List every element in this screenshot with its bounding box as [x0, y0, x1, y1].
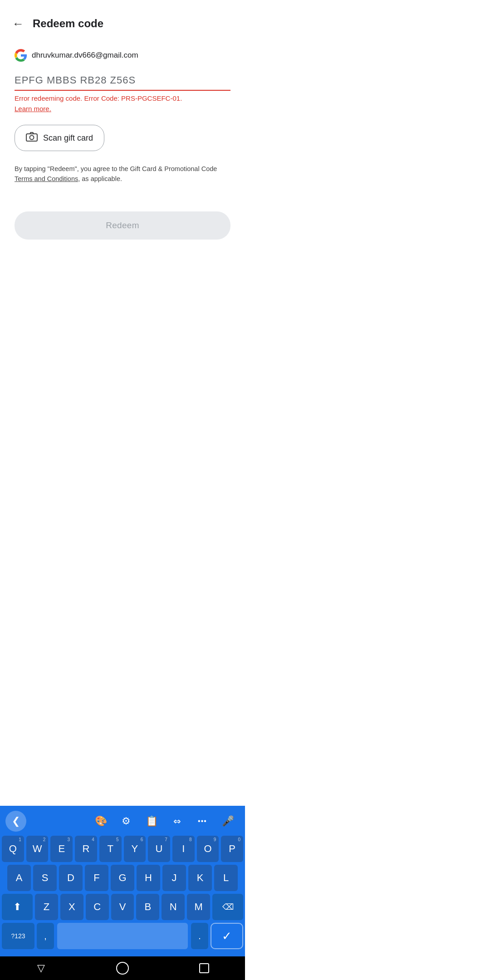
code-input[interactable]	[15, 73, 230, 91]
svg-rect-0	[26, 134, 37, 141]
redeem-container: Redeem	[0, 211, 245, 240]
camera-icon	[26, 132, 38, 144]
terms-before: By tapping "Redeem", you agree to the Gi…	[15, 165, 217, 172]
terms-link[interactable]: Terms and Conditions	[15, 175, 78, 182]
account-row: dhruvkumar.dv666@gmail.com	[15, 49, 230, 62]
terms-after: , as applicable.	[78, 175, 122, 182]
scan-gift-card-button[interactable]: Scan gift card	[15, 125, 104, 151]
content-area: dhruvkumar.dv666@gmail.com Error redeemi…	[0, 42, 245, 184]
back-arrow-icon: ←	[12, 18, 24, 29]
terms-text: By tapping "Redeem", you agree to the Gi…	[15, 164, 230, 184]
redeem-button[interactable]: Redeem	[15, 211, 230, 240]
back-button[interactable]: ←	[7, 13, 29, 34]
account-email: dhruvkumar.dv666@gmail.com	[32, 51, 138, 60]
google-logo-icon	[15, 49, 27, 62]
app-header: ← Redeem code	[0, 0, 245, 42]
learn-more-link[interactable]: Learn more.	[15, 105, 51, 113]
svg-point-1	[30, 136, 34, 140]
error-message: Error redeeming code. Error Code: PRS-PG…	[15, 93, 230, 114]
scan-label: Scan gift card	[43, 133, 93, 143]
page-title: Redeem code	[33, 17, 103, 30]
code-input-wrapper	[15, 73, 230, 91]
error-text: Error redeeming code. Error Code: PRS-PG…	[15, 94, 182, 102]
